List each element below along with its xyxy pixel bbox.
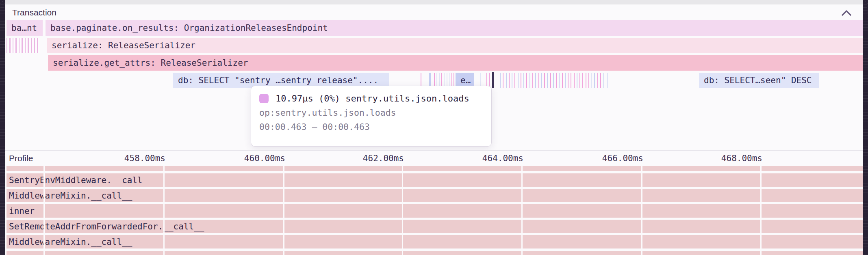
tooltip-summary-text: 10.97µs (0%) sentry.utils.json.loads [276, 93, 469, 104]
span-row: serialize: ReleaseSerializer [0, 38, 868, 53]
span-bar[interactable]: base.paginate.on_results: OrganizationRe… [46, 20, 863, 36]
span-bar[interactable]: db: SELECT…seen" DESC [699, 73, 819, 88]
span-bar[interactable]: serialize: ReleaseSerializer [47, 38, 863, 53]
span-tick[interactable] [521, 73, 521, 88]
span-tick[interactable] [586, 73, 586, 88]
gridline [283, 166, 284, 255]
span-tick[interactable] [556, 73, 557, 88]
frame-name: MiddlewareMixin.__call__ [9, 235, 132, 249]
axis-tick-label: 458.00ms [104, 151, 165, 166]
span-tick[interactable] [577, 73, 577, 88]
span-tick[interactable] [506, 73, 507, 88]
span-tick[interactable] [538, 73, 539, 88]
tooltip-op-line: op:sentry.utils.json.loads [259, 106, 483, 120]
span-tick[interactable] [509, 73, 510, 88]
span-tick[interactable] [547, 73, 548, 88]
span-bar[interactable]: ba…nt [7, 20, 43, 36]
span-bar[interactable]: serialize.get_attrs: ReleaseSerializer [48, 55, 863, 71]
profile-frame-row-clipped[interactable] [7, 251, 863, 255]
profile-frame-row[interactable]: MiddlewareMixin.__call__ [7, 189, 863, 202]
transaction-section-title: Transaction [12, 4, 56, 20]
span-tick[interactable] [553, 73, 554, 88]
tooltip-time-range: 00:00.463 — 00:00.463 [259, 120, 483, 134]
frame-name: MiddlewareMixin.__call__ [9, 189, 132, 202]
span-tick[interactable] [597, 73, 598, 88]
profile-section-header: Profile 458.00ms460.00ms462.00ms464.00ms… [5, 151, 863, 166]
axis-tick-label: 460.00ms [224, 151, 285, 166]
axis-tick-label: 466.00ms [582, 151, 643, 166]
span-tick[interactable] [571, 73, 571, 88]
span-tick[interactable] [532, 73, 533, 88]
span-tick[interactable] [514, 73, 515, 88]
span-tick[interactable] [582, 73, 583, 88]
gridline [43, 166, 45, 255]
profile-frame-row[interactable]: SetRemoteAddrFromForwardedFor.__call__ [7, 220, 863, 233]
span-tick[interactable] [500, 73, 501, 88]
trace-profile-viewer: Transaction ba…ntbase.paginate.on_result… [0, 0, 868, 255]
transaction-section-header: Transaction [5, 4, 863, 20]
span-color-swatch [259, 94, 269, 103]
gridline [163, 166, 165, 255]
span-tick[interactable] [541, 73, 542, 88]
axis-tick-label: 464.00ms [462, 151, 523, 166]
frame-name: inner [9, 204, 35, 218]
span-tick[interactable] [518, 73, 519, 88]
span-tick[interactable] [574, 73, 575, 88]
span-tick[interactable] [607, 73, 608, 88]
span-tick[interactable] [544, 73, 545, 88]
span-tick[interactable] [594, 73, 595, 88]
span-tick[interactable] [526, 73, 527, 88]
top-window-edge [5, 0, 863, 4]
span-tick[interactable] [523, 73, 524, 88]
profile-section-title: Profile [9, 151, 33, 166]
span-tick[interactable] [588, 73, 589, 88]
axis-tick-label: 468.00ms [701, 151, 762, 166]
span-marker[interactable] [492, 72, 494, 88]
hidden-spans-stripes[interactable] [7, 38, 39, 53]
span-tick[interactable] [550, 73, 551, 88]
span-tick[interactable] [529, 73, 530, 88]
span-tick[interactable] [579, 73, 580, 88]
gridline [402, 166, 403, 255]
profile-frame-row[interactable]: SentryEnvMiddleware.__call__ [7, 173, 863, 187]
span-tick[interactable] [603, 73, 604, 88]
span-tick[interactable] [512, 73, 512, 88]
profile-frame-row[interactable]: inner [7, 204, 863, 218]
chevron-up-icon [841, 10, 852, 16]
profile-frame-row[interactable]: MiddlewareMixin.__call__ [7, 235, 863, 249]
span-tooltip: 10.97µs (0%) sentry.utils.json.loads op:… [251, 86, 492, 147]
span-tick[interactable] [565, 73, 566, 88]
collapse-section-button[interactable] [839, 7, 854, 19]
gridline [641, 166, 642, 255]
frame-name: SentryEnvMiddleware.__call__ [9, 173, 153, 187]
gridline [760, 166, 762, 255]
span-row: serialize.get_attrs: ReleaseSerializer [0, 55, 868, 71]
frame-name: SetRemoteAddrFromForwardedFor.__call__ [9, 220, 204, 233]
span-tick[interactable] [559, 73, 560, 88]
span-tick[interactable] [600, 73, 601, 88]
tooltip-summary-line: 10.97µs (0%) sentry.utils.json.loads [259, 91, 483, 106]
profile-frame-row-clipped[interactable] [7, 166, 863, 171]
axis-tick-label: 462.00ms [343, 151, 404, 166]
span-row: ba…ntbase.paginate.on_results: Organizat… [0, 20, 868, 36]
gridline [521, 166, 523, 255]
span-tick[interactable] [535, 73, 536, 88]
span-tick[interactable] [591, 73, 592, 88]
span-tick[interactable] [503, 73, 503, 88]
span-tick[interactable] [568, 73, 569, 88]
span-tick[interactable] [562, 73, 563, 88]
